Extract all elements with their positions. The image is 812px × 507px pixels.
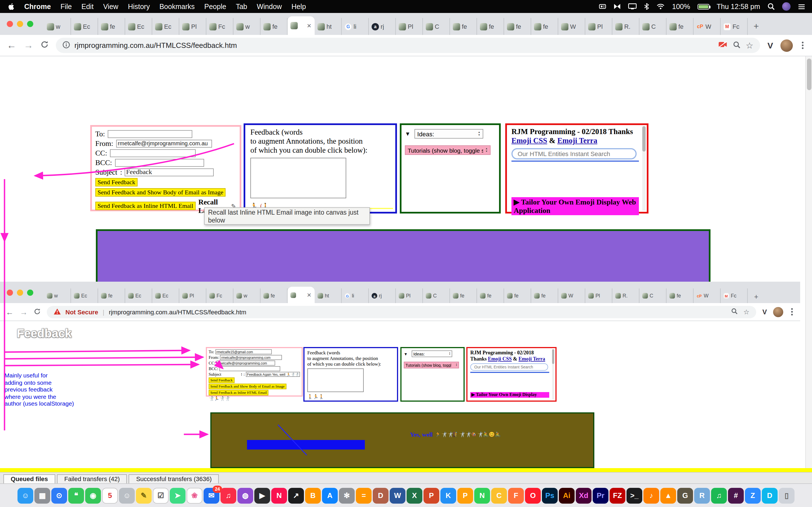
zoom-window-button[interactable] <box>27 21 33 27</box>
emoji-search-input[interactable] <box>511 148 637 159</box>
browser-tab[interactable]: fe <box>98 18 125 35</box>
dock-safari-icon[interactable]: ⊙ <box>51 488 67 503</box>
browser-tab[interactable]: ht <box>315 288 342 303</box>
dock-finder-icon[interactable]: ☺ <box>17 488 33 503</box>
browser-tab[interactable]: Fc <box>206 288 234 303</box>
emoji-terra-link[interactable]: Emoji Terra <box>518 356 545 362</box>
dock-keynote-icon[interactable]: K <box>441 488 456 503</box>
forward-icon[interactable]: → <box>20 307 28 316</box>
ideas-select[interactable]: Ideas: ▲▼ <box>414 129 483 138</box>
browser-tab[interactable]: MFc <box>721 18 748 35</box>
dock-mail-icon[interactable]: ✉24 <box>204 488 219 503</box>
filezilla-tab[interactable]: Successful transfers (3636) <box>129 474 219 483</box>
dock-xd-icon[interactable]: Xd <box>576 488 592 503</box>
browser-tab[interactable]: w <box>234 18 260 35</box>
browser-tab[interactable]: fe <box>450 18 477 35</box>
new-tab-button[interactable]: + <box>748 290 765 303</box>
dock-stocks-icon[interactable]: ↗ <box>288 488 304 503</box>
browser-tab[interactable]: fe <box>477 18 504 35</box>
browser-tab[interactable]: Pl <box>396 18 423 35</box>
browser-tab[interactable]: Pl <box>179 288 206 303</box>
dock-docker-icon[interactable]: D <box>762 488 777 503</box>
browser-tab[interactable]: Ec <box>152 288 179 303</box>
browser-tab[interactable]: Ec <box>125 18 152 35</box>
browser-tab[interactable]: Pl <box>585 18 612 35</box>
from-input[interactable] <box>220 355 282 360</box>
dock-audacity-icon[interactable]: ♪ <box>644 488 659 503</box>
browser-tab[interactable]: fe <box>98 288 125 303</box>
close-tab-icon[interactable]: × <box>307 23 311 29</box>
browser-tab[interactable]: C <box>423 288 450 303</box>
dock-launchpad-icon[interactable]: ▦ <box>35 488 50 503</box>
dock-excel-icon[interactable]: X <box>407 488 422 503</box>
browser-tab[interactable]: C <box>640 288 666 303</box>
browser-tab[interactable]: R. <box>612 288 640 303</box>
browser-tab[interactable]: Pl <box>179 18 206 35</box>
tutorials-select[interactable]: Tutorials (show blog, toggl ▲▼ <box>404 362 459 369</box>
minimize-window-button[interactable] <box>17 21 23 27</box>
bookmark-star-icon[interactable]: ☆ <box>746 43 753 48</box>
bcc-input[interactable] <box>219 366 280 371</box>
tailor-emoji-button[interactable]: ▶ Tailor Your Own Emoji Display Web Appl… <box>511 197 639 215</box>
emoji-terra-link[interactable]: Emoji Terra <box>557 136 598 145</box>
menu-item-help[interactable]: Help <box>292 3 306 10</box>
browser-tab[interactable]: Pl <box>396 288 423 303</box>
bluetooth-icon[interactable] <box>644 3 649 10</box>
dock-chrome-icon[interactable]: C <box>491 488 507 503</box>
dock-reminders-icon[interactable]: ☑ <box>153 488 168 503</box>
send-feedback-button[interactable]: Send Feedback <box>95 178 138 186</box>
wifi-icon[interactable] <box>656 3 665 10</box>
menu-item-history[interactable]: History <box>128 3 150 10</box>
menu-item-view[interactable]: View <box>103 3 118 10</box>
profile-avatar[interactable] <box>780 39 793 52</box>
not-secure-label[interactable]: Not Secure <box>65 308 98 315</box>
battery-icon[interactable] <box>698 4 709 9</box>
dock-facetime-icon[interactable]: ◉ <box>85 488 101 503</box>
send-feedback-button[interactable]: Send Feedback <box>209 378 234 383</box>
spotlight-icon[interactable] <box>767 3 775 10</box>
menu-item-edit[interactable]: Edit <box>82 3 94 10</box>
close-tab-icon[interactable]: × <box>307 292 311 298</box>
new-tab-button[interactable]: + <box>748 18 765 35</box>
dock-vlc-icon[interactable]: ▲ <box>660 488 676 503</box>
from-input[interactable] <box>116 139 212 147</box>
browser-tab[interactable]: w <box>234 288 260 303</box>
send-feedback-inline-button[interactable]: Send Feedback as Inline HTML Email <box>209 390 269 395</box>
dock-calendar-icon[interactable]: 5 <box>102 488 118 503</box>
to-input[interactable] <box>108 130 192 138</box>
browser-tab[interactable]: Ec <box>71 288 98 303</box>
menu-item-people[interactable]: People <box>204 3 226 10</box>
dock-trash-icon[interactable]: ▯ <box>779 488 795 503</box>
dock-contacts-icon[interactable]: ☺ <box>119 488 135 503</box>
browser-tab[interactable]: fe <box>260 288 288 303</box>
ideas-select[interactable]: Ideas: ▲▼ <box>412 350 452 357</box>
tutorials-select[interactable]: Tutorials (show blog, toggle so ▲▼ <box>405 145 491 155</box>
browser-tab[interactable]: Gli <box>342 288 369 303</box>
emoji-css-link[interactable]: Emoji CSS <box>511 136 547 145</box>
reload-icon[interactable] <box>34 307 41 317</box>
cc-input[interactable] <box>216 360 275 365</box>
profile-avatar[interactable] <box>773 307 783 317</box>
browser-tab[interactable]: W <box>558 288 585 303</box>
cc-input[interactable] <box>110 149 196 157</box>
send-feedback-inline-button[interactable]: Send Feedback as Inline HTML Email <box>95 202 196 210</box>
browser-tab[interactable]: fe <box>531 18 558 35</box>
dock-firefox-icon[interactable]: F <box>508 488 524 503</box>
dock-messages-icon[interactable]: ❝ <box>68 488 84 503</box>
dock-photos-icon[interactable]: ❀ <box>187 488 202 503</box>
browser-tab[interactable]: fe <box>666 18 694 35</box>
browser-tab[interactable]: cPW <box>694 288 721 303</box>
menu-item-tab[interactable]: Tab <box>236 3 247 10</box>
bcc-input[interactable] <box>115 159 204 166</box>
inner-close-window-button[interactable] <box>7 290 13 296</box>
url-text[interactable]: rjmprogramming.com.au/HTMLCSS/feedback.h… <box>74 41 237 50</box>
browser-tab-active[interactable]: × <box>288 287 315 303</box>
browser-tab[interactable]: w <box>44 18 71 35</box>
inner-address-bar[interactable]: Not Secure | rjmprogramming.com.au/HTMLC… <box>47 305 756 318</box>
browser-tab[interactable]: Ec <box>71 18 98 35</box>
send-feedback-image-button[interactable]: Send Feedback and Show Body of Email as … <box>209 384 287 389</box>
dock-illustrator-icon[interactable]: Ai <box>559 488 574 503</box>
browser-tab[interactable]: Ec <box>125 288 152 303</box>
browser-tab[interactable]: Gli <box>342 18 369 35</box>
browser-tab[interactable]: cPW <box>694 18 721 35</box>
